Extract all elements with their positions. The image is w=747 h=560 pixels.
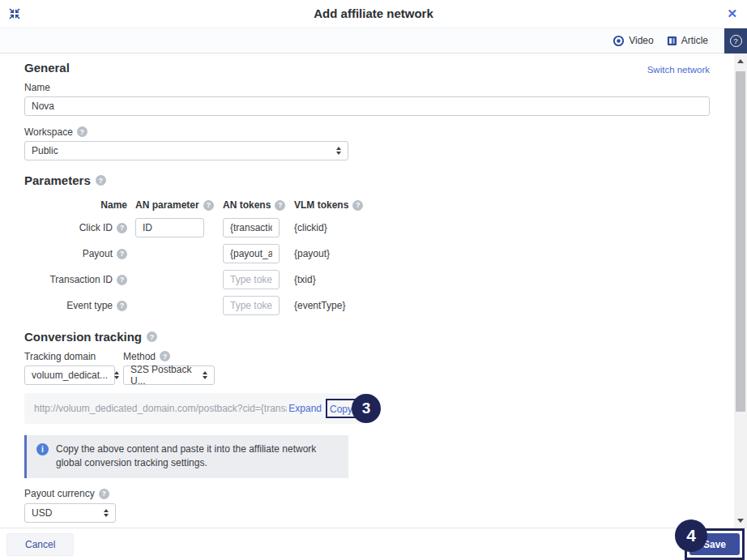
dialog-footer: Cancel 4 Save	[0, 528, 747, 560]
method-label: Method ?	[123, 350, 170, 362]
scrollbar-thumb[interactable]	[736, 71, 745, 412]
postback-url-text: http://voluum_dedicated_domain.com/postb…	[34, 403, 287, 414]
click-id-vlm-token: {clickid}	[294, 222, 327, 233]
dialog-title: Add affiliate network	[0, 6, 747, 20]
article-icon	[667, 36, 677, 46]
close-icon[interactable]: ✕	[727, 6, 737, 21]
payout-currency-value: USD	[32, 507, 52, 519]
general-heading: General	[24, 61, 70, 75]
toolbar: Video Article ?	[0, 28, 747, 53]
conversion-tracking-heading: Conversion tracking	[24, 330, 142, 344]
postback-url-box: http://voluum_dedicated_domain.com/postb…	[24, 393, 365, 424]
add-affiliate-network-dialog: Add affiliate network ✕ Video Article ? …	[0, 0, 747, 560]
help-button[interactable]: ?	[724, 28, 747, 54]
column-header-an-tokens: AN tokens ?	[223, 195, 286, 215]
workspace-help-icon[interactable]: ?	[77, 126, 88, 137]
an-parameter-help-icon[interactable]: ?	[203, 200, 214, 211]
tracking-domain-value: voluum_dedicat...	[32, 370, 108, 381]
row-label-payout: Payout ?	[24, 241, 127, 267]
click-id-an-parameter-input[interactable]	[135, 218, 204, 237]
conversion-tracking-help-icon[interactable]: ?	[147, 331, 157, 342]
info-box: i Copy the above content and paste it in…	[24, 435, 348, 478]
transaction-id-an-token-input[interactable]	[223, 270, 280, 289]
row-label-click-id: Click ID ?	[24, 215, 127, 241]
transaction-id-help-icon[interactable]: ?	[117, 275, 127, 285]
article-link[interactable]: Article	[667, 35, 708, 46]
method-help-icon[interactable]: ?	[160, 351, 170, 361]
expand-link[interactable]: Expand	[288, 403, 322, 414]
video-label: Video	[629, 35, 653, 46]
video-link[interactable]: Video	[613, 35, 653, 47]
payout-currency-help-icon[interactable]: ?	[99, 489, 109, 499]
click-id-an-token-input[interactable]	[223, 218, 280, 237]
cancel-button[interactable]: Cancel	[6, 533, 74, 556]
row-label-transaction-id: Transaction ID ?	[24, 267, 127, 293]
parameters-help-icon[interactable]: ?	[96, 175, 106, 186]
info-text: Copy the above content and paste it into…	[56, 442, 337, 471]
payout-currency-label: Payout currency ?	[24, 488, 710, 500]
tracking-domain-label: Tracking domain	[24, 350, 123, 362]
copy-link[interactable]: Copy	[330, 404, 352, 415]
dialog-content: General Switch network Name Workspace ? …	[0, 53, 747, 528]
help-circle-icon: ?	[730, 35, 742, 47]
video-icon	[613, 35, 625, 47]
stepper-icon	[196, 371, 207, 379]
column-header-vlm-tokens: VLM tokens ?	[294, 195, 710, 215]
annotation-step-3-badge: 3	[352, 394, 381, 423]
annotation-step-4-badge: 4	[675, 519, 707, 552]
scrollbar-down-icon[interactable]	[734, 515, 747, 526]
stepper-icon	[330, 147, 341, 155]
article-label: Article	[681, 35, 708, 46]
payout-vlm-token: {payout}	[294, 248, 330, 259]
transaction-id-vlm-token: {txid}	[294, 274, 316, 285]
switch-network-link[interactable]: Switch network	[647, 65, 710, 75]
click-id-help-icon[interactable]: ?	[117, 223, 127, 233]
payout-currency-select[interactable]: USD	[24, 503, 116, 523]
payout-an-token-input[interactable]	[223, 244, 280, 263]
name-label: Name	[24, 81, 710, 93]
method-value: S2S Postback U...	[130, 364, 196, 387]
event-type-vlm-token: {eventType}	[294, 300, 345, 311]
name-input[interactable]	[24, 96, 710, 116]
row-label-event-type: Event type ?	[24, 293, 127, 318]
vlm-tokens-help-icon[interactable]: ?	[352, 200, 363, 211]
stepper-icon	[108, 371, 119, 379]
method-select[interactable]: S2S Postback U...	[123, 365, 215, 385]
parameters-table: Name AN parameter ? AN tokens ? VLM toke…	[24, 195, 710, 318]
scrollbar-up-icon[interactable]	[734, 55, 747, 66]
workspace-select[interactable]: Public	[24, 141, 348, 160]
annotation-save-highlight: 4 Save	[685, 528, 745, 560]
workspace-label: Workspace ?	[24, 126, 710, 138]
event-type-help-icon[interactable]: ?	[117, 301, 127, 311]
event-type-an-token-input[interactable]	[223, 296, 280, 315]
titlebar: Add affiliate network ✕	[0, 0, 747, 28]
an-tokens-help-icon[interactable]: ?	[275, 200, 285, 211]
tracking-domain-select[interactable]: voluum_dedicat...	[24, 365, 115, 385]
payout-help-icon[interactable]: ?	[117, 249, 127, 259]
workspace-value: Public	[32, 145, 58, 156]
scrollbar[interactable]	[734, 53, 747, 528]
info-icon: i	[36, 443, 49, 455]
parameters-heading: Parameters	[24, 173, 91, 187]
column-header-an-parameter: AN parameter ?	[135, 195, 215, 215]
column-header-name: Name	[24, 195, 127, 215]
stepper-icon	[97, 509, 109, 517]
